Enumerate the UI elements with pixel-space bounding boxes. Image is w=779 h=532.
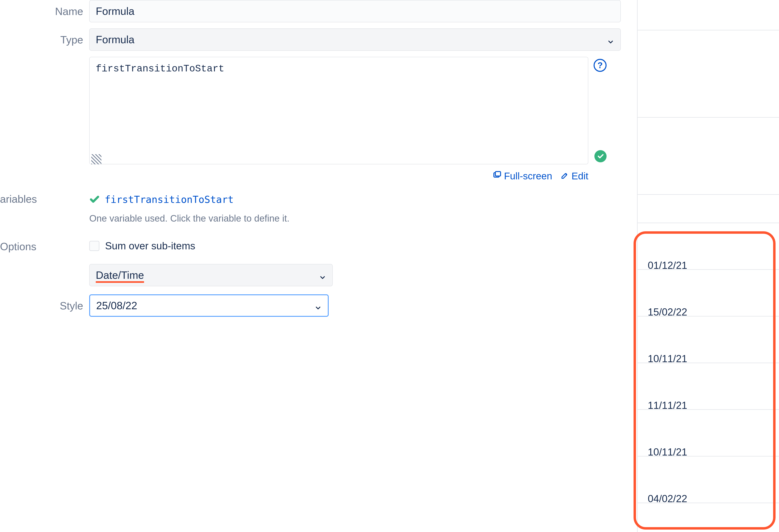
result-cell: 11/11/21 bbox=[648, 390, 687, 421]
svg-rect-1 bbox=[495, 172, 500, 176]
edit-button[interactable]: Edit bbox=[561, 170, 588, 182]
fullscreen-label: Full-screen bbox=[504, 170, 552, 182]
format-select[interactable]: Date/Time bbox=[89, 264, 333, 286]
type-label: Type bbox=[0, 28, 89, 45]
result-cell: 15/02/22 bbox=[648, 296, 687, 328]
sum-checkbox[interactable] bbox=[89, 241, 100, 251]
options-label: Options bbox=[0, 240, 89, 252]
help-icon[interactable]: ? bbox=[594, 59, 607, 72]
type-select[interactable]: Formula bbox=[89, 28, 621, 51]
resize-grip-icon[interactable] bbox=[91, 154, 102, 164]
fullscreen-icon bbox=[493, 170, 502, 182]
result-cell: 10/11/21 bbox=[648, 436, 687, 468]
style-select-value: 25/08/22 bbox=[96, 299, 137, 312]
chevron-down-icon bbox=[319, 272, 326, 279]
variable-name-text: firstTransitionToStart bbox=[105, 194, 234, 205]
chevron-down-icon bbox=[314, 302, 322, 309]
result-cell: 10/11/21 bbox=[648, 343, 687, 374]
style-label: Style bbox=[0, 294, 89, 311]
results-column: 01/12/21 15/02/22 10/11/21 11/11/21 10/1… bbox=[637, 0, 779, 532]
variable-link[interactable]: firstTransitionToStart bbox=[89, 194, 234, 205]
check-circle-icon bbox=[594, 150, 607, 162]
edit-label: Edit bbox=[572, 170, 588, 182]
fullscreen-button[interactable]: Full-screen bbox=[493, 170, 552, 182]
format-select-value: Date/Time bbox=[96, 269, 144, 281]
sum-checkbox-label: Sum over sub-items bbox=[105, 240, 195, 252]
name-input[interactable] bbox=[89, 0, 621, 22]
result-cell: 04/02/22 bbox=[648, 483, 687, 515]
result-cell: 01/12/21 bbox=[648, 249, 687, 281]
variable-hint-text: One variable used. Click the variable to… bbox=[89, 213, 621, 224]
pencil-icon bbox=[561, 170, 569, 182]
type-select-value: Formula bbox=[96, 34, 134, 46]
check-icon bbox=[89, 194, 100, 205]
chevron-down-icon bbox=[607, 36, 614, 43]
formula-editor[interactable] bbox=[89, 57, 588, 164]
variables-label: ariables bbox=[0, 194, 89, 204]
name-label: Name bbox=[0, 0, 89, 17]
style-select[interactable]: 25/08/22 bbox=[89, 294, 328, 317]
